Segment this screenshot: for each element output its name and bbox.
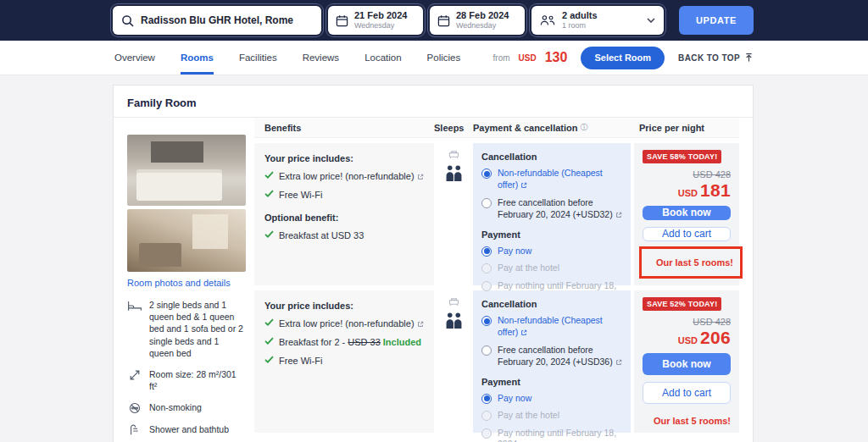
cancellation-option: Non-refundable (Cheapest offer)	[481, 315, 622, 339]
guests-rooms: 1 room	[562, 21, 598, 30]
info-icon[interactable]: ⓘ	[581, 122, 588, 133]
back-to-top-label: BACK TO TOP	[678, 53, 740, 63]
urgency-text: Our last 5 rooms!	[643, 416, 731, 426]
cancellation-option: Free cancellation before February 20, 20…	[481, 197, 622, 221]
option-label: Pay nothing until February 18, 2024	[498, 428, 622, 442]
checkout-field[interactable]: 28 Feb 2024 Wednesday	[430, 6, 525, 35]
from-price: 130	[545, 50, 568, 65]
option-label: Pay now	[498, 393, 531, 405]
book-now-button[interactable]: Book now	[643, 353, 731, 375]
current-price: USD206	[643, 328, 731, 348]
benefit-text: Extra low price! (non-refundable)	[279, 170, 424, 183]
price-currency: USD	[678, 335, 698, 345]
radio-non-refundable[interactable]	[481, 169, 492, 179]
hotel-search-field[interactable]	[113, 6, 321, 35]
sleeps-cell	[434, 143, 473, 285]
benefits-cell: Your price includes: Extra low price! (n…	[254, 143, 434, 285]
room-photo-2[interactable]	[127, 209, 246, 272]
chevron-down-icon	[647, 18, 655, 23]
column-sleeps: Sleeps	[434, 123, 473, 133]
topbar-inner: 21 Feb 2024 Wednesday 28 Feb 2024 Wednes…	[113, 6, 754, 35]
select-room-button[interactable]: Select Room	[581, 47, 665, 69]
external-link-icon	[520, 328, 527, 340]
radio-pay-nothing-until	[481, 281, 492, 291]
cancellation-label: Cancellation	[481, 152, 622, 162]
radio-non-refundable[interactable]	[481, 316, 492, 326]
tab-facilities[interactable]: Facilities	[239, 41, 277, 75]
tab-reviews[interactable]: Reviews	[303, 41, 339, 75]
sofa-bed-icon	[448, 297, 459, 307]
check-icon	[264, 356, 274, 363]
search-input[interactable]	[141, 14, 313, 26]
option-label-wrap: Free cancellation before February 20, 20…	[498, 345, 622, 368]
radio-pay-nothing-until	[481, 428, 492, 439]
checkin-field[interactable]: 21 Feb 2024 Wednesday	[328, 6, 423, 35]
detail-shower: Shower and bathtub	[127, 423, 246, 436]
payment-label: Payment	[481, 229, 622, 240]
price-amount: 181	[700, 180, 731, 200]
detail-room-size: Room size: 28 m²/301 ft²	[127, 368, 246, 392]
old-price: USD 428	[643, 169, 731, 180]
payment-label: Payment	[481, 377, 622, 387]
guests-selector[interactable]: 2 adults 1 room	[531, 6, 664, 35]
tab-rooms[interactable]: Rooms	[181, 41, 214, 75]
tab-location[interactable]: Location	[364, 41, 401, 75]
optional-benefit-label: Optional benefit:	[264, 213, 424, 223]
room-photos-link[interactable]: Room photos and details	[127, 278, 246, 288]
cancellation-option: Non-refundable (Cheapest offer)	[481, 168, 622, 191]
includes-label: Your price includes:	[264, 153, 424, 163]
payment-option: Pay nothing until February 18, 2024	[481, 428, 622, 442]
benefits-cell: Your price includes: Extra low price! (n…	[254, 290, 434, 433]
benefit-item: Free Wi-Fi	[264, 355, 424, 367]
option-label: Pay at the hotel	[498, 410, 559, 422]
benefit-text: Extra low price! (non-refundable)	[279, 318, 424, 330]
checkin-day: Wednesday	[354, 21, 407, 30]
detail-room-size-text: Room size: 28 m²/301 ft²	[149, 368, 246, 392]
checkout-date: 28 Feb 2024	[456, 10, 509, 22]
room-info-column: Room photos and details 2 single beds an…	[127, 118, 246, 442]
external-link-icon	[615, 357, 622, 369]
radio-pay-now[interactable]	[481, 246, 492, 257]
save-badge: SAVE 58% TODAY!	[643, 150, 721, 163]
current-price: USD181	[643, 180, 731, 201]
radio-free-cancellation[interactable]	[481, 198, 492, 208]
tabs: Overview Rooms Facilities Reviews Locati…	[114, 41, 460, 75]
search-icon	[121, 14, 134, 27]
topbar: 21 Feb 2024 Wednesday 28 Feb 2024 Wednes…	[0, 0, 868, 41]
adults-icon	[444, 312, 464, 329]
room-details: 2 single beds and 1 queen bed & 1 queen …	[127, 299, 246, 436]
payment-option: Pay at the hotel	[481, 262, 622, 274]
rate-row-1: Your price includes: Extra low price! (n…	[254, 143, 739, 285]
benefit-item-breakfast: Breakfast for 2 -USD 33Included	[264, 336, 424, 348]
back-to-top-link[interactable]: BACK TO TOP	[678, 52, 754, 63]
option-label: Pay now	[498, 246, 531, 257]
option-label-wrap: Non-refundable (Cheapest offer)	[498, 315, 622, 339]
shower-icon	[127, 424, 142, 436]
tab-overview[interactable]: Overview	[114, 41, 155, 75]
radio-pay-now[interactable]	[481, 394, 492, 404]
bed-icon	[127, 300, 142, 312]
benefit-text: Breakfast for 2 -USD 33Included	[279, 336, 421, 348]
tab-policies[interactable]: Policies	[427, 41, 461, 75]
highlight-annotation-box: Our last 5 rooms!	[639, 246, 743, 279]
external-link-icon	[417, 318, 424, 330]
nav-right: from USD 130 Select Room BACK TO TOP	[493, 47, 754, 69]
room-photo-1[interactable]	[127, 135, 246, 206]
check-icon	[264, 230, 274, 238]
from-currency: USD	[519, 53, 537, 63]
price-cell: SAVE 52% TODAY! USD 428 USD206 Book now …	[634, 290, 739, 433]
detail-beds-text: 2 single beds and 1 queen bed & 1 queen …	[149, 299, 246, 359]
update-button[interactable]: UPDATE	[679, 6, 754, 35]
add-to-cart-button[interactable]: Add to cart	[643, 382, 731, 404]
column-price: Price per night	[634, 123, 739, 133]
guests-adults: 2 adults	[562, 10, 598, 22]
price-amount: 206	[700, 328, 731, 347]
payment-option: Pay now	[481, 393, 622, 405]
radio-free-cancellation[interactable]	[481, 345, 492, 356]
old-price: USD 428	[643, 317, 731, 327]
add-to-cart-button[interactable]: Add to cart	[643, 227, 731, 241]
check-icon	[264, 171, 274, 179]
radio-pay-at-hotel	[481, 411, 492, 421]
book-now-button[interactable]: Book now	[643, 206, 731, 220]
checkin-date: 21 Feb 2024	[354, 10, 407, 22]
